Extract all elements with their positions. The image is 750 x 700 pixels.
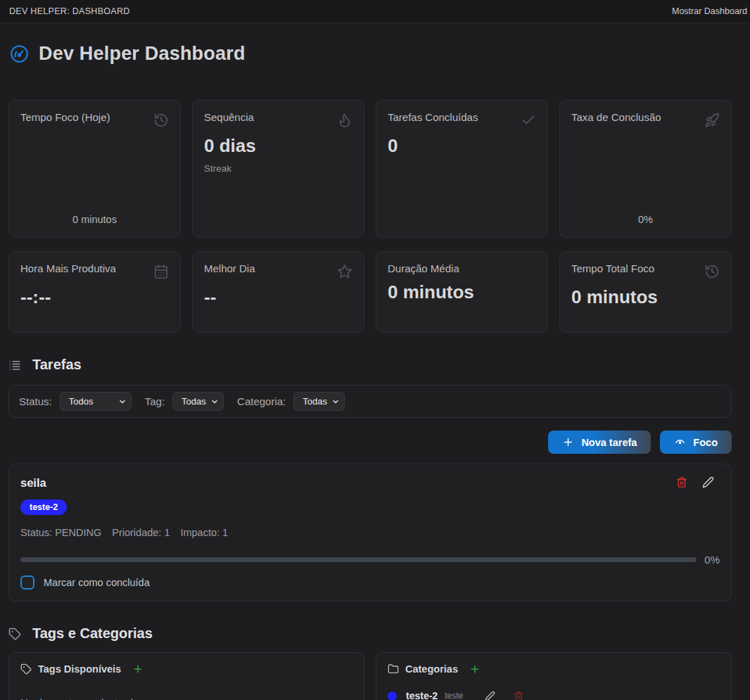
- stat-value: 0%: [571, 214, 720, 227]
- stat-title: Hora Mais Produtiva: [20, 262, 116, 274]
- list-icon: [8, 359, 21, 371]
- add-category-button[interactable]: [469, 663, 481, 675]
- task-impact: Impacto: 1: [180, 527, 228, 538]
- stat-title: Tarefas Concluídas: [388, 111, 478, 123]
- top-bar: DEV HELPER: DASHBOARD Mostrar Dashboard: [0, 0, 750, 23]
- tags-categories-section-heading: Tags e Categorias: [8, 625, 732, 642]
- stat-value: 0 minutos: [388, 281, 536, 303]
- tags-empty-message: Nenhuma tag cadastrada.: [20, 696, 352, 700]
- tag-icon: [8, 628, 21, 640]
- stat-card-duracao-media: Duração Média 0 minutos: [376, 251, 548, 333]
- category-list-item: teste-2 teste: [388, 690, 720, 700]
- stat-title: Melhor Dia: [204, 262, 255, 274]
- mark-complete-checkbox[interactable]: [20, 575, 34, 590]
- task-progress-label: 0%: [704, 554, 720, 566]
- stat-card-taxa-conclusao: Taxa de Conclusão 0%: [559, 100, 732, 238]
- stat-card-tarefas-concluidas: Tarefas Concluídas 0: [376, 100, 548, 238]
- tag-filter-label: Tag:: [145, 395, 165, 407]
- page-title: Dev Helper Dashboard: [39, 43, 246, 65]
- tags-panel-title: Tags Disponíveis: [38, 663, 121, 675]
- flame-icon: [337, 113, 352, 128]
- category-color-dot: [388, 692, 397, 700]
- tasks-section-heading: Tarefas: [8, 357, 732, 373]
- task-progress-bar: [20, 557, 697, 562]
- gauge-icon: [10, 44, 29, 63]
- focus-button[interactable]: Foco: [660, 431, 732, 454]
- category-filter-select[interactable]: Todas: [293, 392, 345, 411]
- stat-title: Tempo Total Foco: [571, 262, 654, 274]
- task-card: seila teste-2 Status: PENDING Prioridade…: [8, 464, 732, 602]
- stat-value: 0 minutos: [20, 214, 169, 227]
- category-description: teste: [445, 691, 463, 700]
- star-icon: [337, 264, 352, 279]
- mostrar-dashboard-link[interactable]: Mostrar Dashboard: [672, 6, 747, 16]
- stat-card-hora-mais-produtiva: Hora Mais Produtiva --:--: [8, 251, 181, 333]
- stat-value: --: [204, 286, 352, 308]
- stat-title: Taxa de Conclusão: [571, 111, 661, 123]
- categories-panel-title: Categorias: [405, 663, 458, 675]
- calendar-icon: [153, 264, 169, 279]
- stat-title: Tempo Foco (Hoje): [20, 111, 110, 123]
- pencil-icon: [702, 476, 714, 488]
- history-icon: [704, 264, 720, 279]
- mark-complete-label: Marcar como concluída: [44, 577, 150, 588]
- pencil-icon: [485, 691, 495, 700]
- new-task-button[interactable]: Nova tarefa: [548, 431, 651, 454]
- trash-icon: [514, 691, 523, 700]
- category-filter-label: Categoria:: [237, 395, 286, 407]
- rocket-icon: [704, 113, 720, 128]
- stat-subtitle: Streak: [204, 163, 352, 174]
- plus-icon: [469, 663, 481, 675]
- tags-categories-panels: Tags Disponíveis Nenhuma tag cadastrada.…: [8, 652, 732, 700]
- task-priority: Prioridade: 1: [112, 527, 170, 538]
- stat-card-melhor-dia: Melhor Dia --: [192, 251, 364, 333]
- task-title: seila: [20, 476, 46, 490]
- stat-value: 0 minutos: [571, 286, 720, 308]
- app-title: DEV HELPER: DASHBOARD: [9, 6, 130, 16]
- plus-icon: [562, 436, 574, 448]
- stat-title: Duração Média: [388, 262, 459, 274]
- task-filter-bar: Status: Todos Tag: Todas Categoria: Toda…: [8, 385, 732, 418]
- trash-icon: [676, 476, 687, 488]
- eye-icon: [674, 436, 686, 448]
- stat-card-tempo-foco-hoje: Tempo Foco (Hoje) 0 minutos: [8, 100, 181, 238]
- history-icon: [153, 113, 169, 128]
- stat-value: 0: [388, 135, 536, 157]
- tasks-heading: Tarefas: [32, 357, 82, 373]
- add-tag-button[interactable]: [132, 663, 144, 675]
- tags-categories-heading: Tags e Categorias: [32, 625, 153, 642]
- stat-card-tempo-total-foco: Tempo Total Foco 0 minutos: [559, 251, 732, 333]
- check-icon: [521, 113, 536, 128]
- task-status: Status: PENDING: [20, 527, 101, 538]
- categories-panel: Categorias teste-2 teste: [376, 652, 732, 700]
- tag-icon: [20, 663, 32, 675]
- edit-category-button[interactable]: [485, 691, 495, 700]
- delete-category-button[interactable]: [514, 691, 523, 700]
- stat-value: 0 dias: [204, 135, 352, 157]
- stat-value: --:--: [20, 286, 169, 308]
- task-actions-row: Nova tarefa Foco: [8, 431, 732, 454]
- status-filter-select[interactable]: Todos: [60, 392, 132, 411]
- edit-task-button[interactable]: [702, 476, 714, 488]
- stats-grid: Tempo Foco (Hoje) 0 minutos Sequência: [8, 100, 732, 333]
- stat-title: Sequência: [204, 111, 254, 123]
- tags-panel: Tags Disponíveis Nenhuma tag cadastrada.: [8, 652, 364, 700]
- page-header: Dev Helper Dashboard: [10, 43, 732, 65]
- plus-icon: [132, 663, 144, 675]
- category-name: teste-2: [406, 690, 438, 700]
- folder-icon: [388, 663, 399, 675]
- tag-filter-select[interactable]: Todas: [172, 392, 224, 411]
- task-tag-pill: teste-2: [20, 499, 67, 515]
- stat-card-sequencia: Sequência 0 dias Streak: [192, 100, 364, 238]
- delete-task-button[interactable]: [676, 476, 687, 488]
- status-filter-label: Status:: [19, 395, 52, 407]
